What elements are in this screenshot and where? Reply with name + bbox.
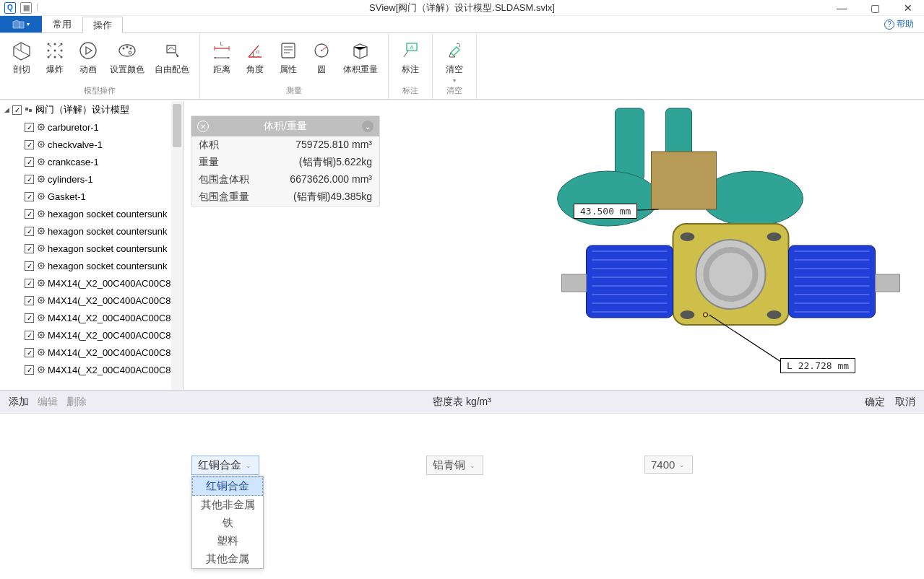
density-title: 密度表 kg/m³ (433, 396, 491, 409)
checkbox-icon[interactable]: ✓ (25, 192, 34, 201)
checkbox-icon[interactable]: ✓ (12, 105, 22, 115)
btn-angle[interactable]: α角度 (241, 36, 269, 85)
vw-panel-header[interactable]: ✕ 体积/重量 ⌄ (191, 116, 379, 136)
checkbox-icon[interactable]: ✓ (25, 227, 34, 236)
chevron-down-icon[interactable]: ⌄ (362, 121, 374, 132)
maximize-button[interactable]: ▢ (859, 0, 891, 16)
tree-item[interactable]: ✓M4X14(_X2_00C400AC00C8 (0, 292, 183, 309)
btn-annotate[interactable]: A标注 (396, 36, 425, 85)
btn-attr[interactable]: 属性 (274, 36, 303, 85)
expand-icon[interactable]: ◢ (4, 106, 9, 113)
dimension-a[interactable]: 43.500 mm (574, 204, 637, 219)
delete-button[interactable]: 删除 (62, 394, 91, 410)
tree-item[interactable]: ✓carburetor-1 (0, 118, 183, 136)
dropdown-option[interactable]: 其他非金属 (192, 496, 263, 514)
tab-operate[interactable]: 操作 (82, 17, 123, 33)
svg-rect-68 (587, 245, 673, 318)
part-icon (36, 295, 46, 305)
cancel-button[interactable]: 取消 (891, 394, 920, 410)
window-title: SView[阀门（详解）设计模型.SLDASM.svlx] (369, 1, 555, 14)
minimize-button[interactable]: — (826, 0, 858, 16)
btn-autocolor[interactable]: 自由配色 (152, 36, 192, 85)
btn-explode[interactable]: 爆炸 (40, 36, 69, 85)
material-select[interactable]: 铝青铜⌄ (426, 456, 483, 475)
svg-point-33 (40, 178, 43, 180)
btn-section[interactable]: 剖切 (7, 36, 36, 85)
svg-rect-86 (562, 274, 587, 292)
density-value-select[interactable]: 7400⌄ (644, 456, 693, 474)
chevron-down-icon: ⌄ (246, 462, 251, 469)
svg-point-41 (40, 248, 43, 250)
tree-item[interactable]: ✓hexagon socket countersunk (0, 205, 183, 222)
part-icon (36, 226, 46, 236)
tree-item[interactable]: ✓crankcase-1 (0, 153, 183, 170)
btn-setcolor[interactable]: 设置颜色 (107, 36, 147, 85)
part-icon (36, 243, 46, 253)
tree-item[interactable]: ✓M4X14(_X2_00C400AC00C8 (0, 361, 183, 378)
tree-scrollbar[interactable] (171, 101, 183, 390)
tree-root[interactable]: ◢ ✓ 阀门（详解）设计模型 (0, 101, 183, 118)
model-render[interactable]: 43.500 mm L 22.728 mm (379, 101, 917, 390)
checkbox-icon[interactable]: ✓ (25, 313, 34, 323)
tree-item[interactable]: ✓hexagon socket countersunk (0, 257, 183, 274)
dropdown-option[interactable]: 塑料 (192, 532, 263, 550)
close-button[interactable]: ✕ (892, 0, 924, 16)
add-button[interactable]: 添加 (4, 394, 33, 410)
checkbox-icon[interactable]: ✓ (25, 296, 34, 305)
svg-point-9 (80, 43, 96, 58)
svg-rect-60 (652, 152, 717, 209)
tree-item[interactable]: ✓Gasket-1 (0, 188, 183, 205)
svg-point-39 (40, 230, 43, 232)
checkbox-icon[interactable]: ✓ (25, 244, 34, 253)
dimension-b[interactable]: L 22.728 mm (780, 358, 855, 373)
ribbon-tabs: 常用 操作 ? 帮助 (0, 16, 924, 33)
material-category-dropdown[interactable]: 红铜合金其他非金属铁塑料其他金属 (191, 476, 264, 569)
ok-button[interactable]: 确定 (860, 394, 889, 410)
part-icon (36, 261, 46, 271)
file-menu-button[interactable] (0, 16, 42, 32)
svg-point-11 (123, 48, 125, 50)
btn-volume-weight[interactable]: 体积重量 (340, 36, 381, 85)
tree-item[interactable]: ✓M4X14(_X2_00C400AC00C8 (0, 326, 183, 344)
tree-item[interactable]: ✓M4X14(_X2_00C400AC00C8 (0, 344, 183, 361)
btn-clear[interactable]: 清空▾ (440, 36, 469, 85)
checkbox-icon[interactable]: ✓ (25, 331, 34, 340)
svg-point-64 (681, 232, 695, 241)
svg-text:A: A (410, 44, 414, 51)
checkbox-icon[interactable]: ✓ (25, 279, 34, 288)
svg-rect-69 (789, 245, 876, 318)
svg-point-1 (54, 43, 56, 45)
tree-item[interactable]: ✓hexagon socket countersunk (0, 240, 183, 257)
tree-item[interactable]: ✓hexagon socket countersunk (0, 222, 183, 240)
checkbox-icon[interactable]: ✓ (25, 175, 34, 184)
checkbox-icon[interactable]: ✓ (25, 209, 34, 219)
viewport-3d[interactable]: ✕ 体积/重量 ⌄ 体积759725.810 mm³ 重量(铝青铜)5.622k… (183, 101, 924, 390)
checkbox-icon[interactable]: ✓ (25, 157, 34, 167)
checkbox-icon[interactable]: ✓ (25, 261, 34, 271)
checkbox-icon[interactable]: ✓ (25, 140, 34, 149)
tree-item[interactable]: ✓checkvalve-1 (0, 136, 183, 153)
help-link[interactable]: ? 帮助 (884, 16, 924, 32)
material-category-select[interactable]: 红铜合金⌄ (191, 456, 259, 475)
workspace: ◢ ✓ 阀门（详解）设计模型 ✓carburetor-1✓checkvalve-… (0, 101, 924, 579)
tree-item[interactable]: ✓M4X14(_X2_00C400AC00C8 (0, 309, 183, 326)
tab-common[interactable]: 常用 (42, 16, 82, 32)
svg-point-13 (130, 48, 132, 50)
part-icon (36, 122, 46, 132)
btn-distance[interactable]: L距离 (207, 36, 236, 85)
btn-circle[interactable]: 圆 (307, 36, 336, 85)
btn-anim[interactable]: 动画 (74, 36, 103, 85)
edit-button[interactable]: 编辑 (33, 394, 62, 410)
svg-point-14 (129, 51, 131, 54)
quick-icon[interactable]: ▦ (20, 2, 32, 14)
checkbox-icon[interactable]: ✓ (25, 123, 34, 132)
dropdown-option[interactable]: 其他金属 (192, 550, 263, 568)
checkbox-icon[interactable]: ✓ (25, 365, 34, 375)
dropdown-option[interactable]: 红铜合金 (192, 476, 263, 496)
model-tree[interactable]: ◢ ✓ 阀门（详解）设计模型 ✓carburetor-1✓checkvalve-… (0, 101, 183, 390)
tree-item[interactable]: ✓cylinders-1 (0, 170, 183, 188)
tree-item[interactable]: ✓M4X14(_X2_00C400AC00C8 (0, 274, 183, 292)
dropdown-option[interactable]: 铁 (192, 514, 263, 532)
checkbox-icon[interactable]: ✓ (25, 348, 34, 357)
close-icon[interactable]: ✕ (197, 121, 209, 132)
